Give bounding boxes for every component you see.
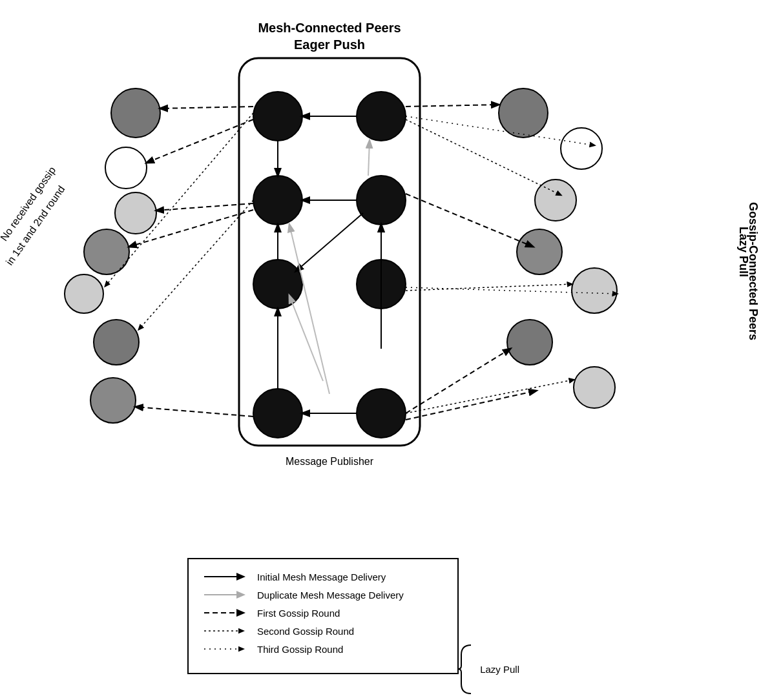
mesh-node-5 [253, 260, 302, 309]
svg-line-19 [406, 349, 510, 413]
left-node-7 [90, 378, 136, 423]
left-node-5 [65, 274, 103, 313]
legend-label-2: Duplicate Mesh Message Delivery [257, 590, 404, 601]
mesh-subtitle: Eager Push [294, 37, 365, 52]
legend-item-3: First Gossip Round [204, 607, 442, 619]
mesh-node-2 [357, 92, 406, 141]
lazy-pull-brace-label: Lazy Pull [480, 664, 519, 675]
svg-line-13 [147, 119, 253, 163]
svg-line-18 [406, 194, 533, 247]
left-node-1 [111, 88, 160, 138]
svg-line-11 [368, 141, 370, 176]
legend-item-5: Third Gossip Round [204, 643, 442, 655]
svg-line-20 [406, 391, 536, 420]
left-node-4 [84, 229, 129, 274]
legend-item-2: Duplicate Mesh Message Delivery [204, 589, 442, 601]
right-node-5 [572, 268, 617, 313]
right-node-6 [507, 320, 552, 365]
left-node-6 [94, 320, 139, 365]
svg-line-22 [139, 200, 253, 329]
mesh-node-8 [357, 389, 406, 438]
legend-label-5: Third Gossip Round [257, 644, 343, 655]
mesh-node-3 [253, 176, 302, 225]
legend-box: Initial Mesh Message Delivery Duplicate … [187, 558, 459, 674]
svg-line-10 [289, 296, 323, 381]
mesh-node-1 [253, 92, 302, 141]
svg-line-25 [406, 380, 574, 413]
legend-label-3: First Gossip Round [257, 608, 340, 619]
legend-label-4: Second Gossip Round [257, 626, 354, 637]
mesh-node-7 [253, 389, 302, 438]
right-node-4 [517, 229, 562, 274]
right-node-2 [561, 128, 602, 169]
left-node-2 [105, 147, 147, 189]
svg-line-3 [296, 213, 363, 271]
left-node-3 [115, 192, 156, 234]
right-node-1 [499, 88, 548, 138]
legend-item-4: Second Gossip Round [204, 625, 442, 637]
legend-item-1: Initial Mesh Message Delivery [204, 571, 442, 582]
diagram-container: Mesh-Connected Peers Eager Push Message … [0, 0, 772, 700]
svg-line-16 [136, 407, 253, 417]
mesh-title: Mesh-Connected Peers [258, 21, 401, 35]
right-sublabel: Lazy Pull [737, 227, 750, 277]
mesh-node-4 [357, 176, 406, 225]
right-node-7 [574, 367, 615, 408]
publisher-label: Message Publisher [286, 456, 374, 467]
legend-label-1: Initial Mesh Message Delivery [257, 571, 386, 582]
